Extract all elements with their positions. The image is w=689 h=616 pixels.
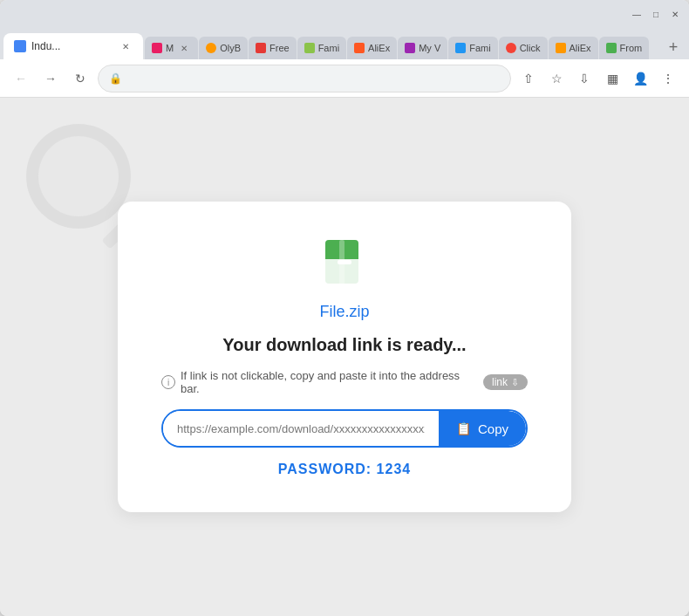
mini-tab-favicon: [152, 43, 162, 53]
url-copy-row: 📋 Copy: [161, 409, 528, 448]
download-button[interactable]: ⇩: [572, 66, 597, 91]
mini-tab-click[interactable]: Click: [499, 37, 548, 59]
mini-tab-favicon-myv: [405, 43, 415, 53]
close-button[interactable]: ✕: [668, 7, 682, 21]
mini-tab-fami1[interactable]: Fami: [297, 37, 346, 59]
mini-tab-favicon-free: [256, 43, 266, 53]
download-card: File.zip Your download link is ready... …: [118, 202, 571, 512]
window-controls: — □ ✕: [630, 7, 682, 21]
link-badge-text: link: [492, 376, 508, 388]
mini-tab-from[interactable]: From: [599, 37, 650, 59]
share-button[interactable]: ⇧: [516, 66, 541, 91]
mini-tab-favicon-aliex1: [354, 43, 365, 53]
title-bar: — □ ✕: [0, 0, 689, 28]
lock-icon: 🔒: [109, 72, 122, 85]
tab-bar: Indu... ✕ M ✕ OlyB Free Fami: [0, 28, 689, 59]
card-title: Your download link is ready...: [222, 335, 466, 355]
maximize-button[interactable]: □: [649, 7, 663, 21]
watermark-magnifier: [26, 124, 131, 229]
mini-tab-fami2[interactable]: Fami: [448, 37, 497, 59]
copy-button[interactable]: 📋 Copy: [439, 411, 526, 446]
mini-tab-label-fami1: Fami: [318, 43, 339, 53]
mini-tab-label-aliex2: AliEx: [570, 43, 591, 53]
mini-tab-label-myv: My V: [419, 43, 440, 53]
mini-tab-myv[interactable]: My V: [398, 37, 447, 59]
page-content: 987.com F: [0, 98, 689, 616]
mini-tab-label-free: Free: [269, 43, 290, 53]
info-icon: i: [161, 375, 175, 389]
forward-button[interactable]: →: [38, 66, 63, 91]
link-badge: link ⇩: [483, 374, 528, 390]
new-tab-button[interactable]: +: [661, 35, 686, 59]
mini-tab-aliex1[interactable]: AliEx: [347, 37, 397, 59]
tab-label: Indu...: [31, 40, 113, 52]
password-text: PASSWORD: 1234: [278, 462, 411, 477]
mini-tab-label: M: [166, 43, 174, 53]
file-icon-wrapper: [318, 236, 371, 289]
info-row: i If link is not clickable, copy and pas…: [161, 369, 528, 395]
mini-tab-free[interactable]: Free: [249, 37, 297, 59]
file-name: File.zip: [319, 303, 369, 321]
refresh-button[interactable]: ↻: [68, 66, 92, 91]
mini-tab-favicon-click: [506, 43, 516, 53]
mini-tab-label-fami2: Fami: [469, 43, 490, 53]
mini-tab-favicon-aliex2: [556, 43, 566, 53]
bookmark-button[interactable]: ☆: [544, 66, 569, 91]
mini-tab-label-click: Click: [520, 43, 541, 53]
url-input[interactable]: [163, 411, 439, 446]
other-tabs: M ✕ OlyB Free Fami AliEx My V: [145, 37, 659, 59]
mini-tab-favicon-fami1: [304, 43, 315, 53]
profile-button[interactable]: 👤: [628, 66, 652, 91]
back-button[interactable]: ←: [9, 66, 33, 91]
mini-tab-favicon-fami2: [455, 43, 466, 53]
minimize-button[interactable]: —: [630, 7, 644, 21]
mini-tab-m[interactable]: M ✕: [145, 37, 198, 59]
mini-tab-close[interactable]: ✕: [177, 41, 191, 55]
menu-button[interactable]: ⋮: [656, 66, 680, 91]
copy-button-label: Copy: [478, 421, 508, 436]
file-zip-icon: [318, 236, 371, 289]
tab-favicon: [14, 40, 26, 52]
download-arrow-icon: ⇩: [511, 377, 519, 388]
browser-window: — □ ✕ Indu... ✕ M ✕ OlyB Free: [0, 0, 689, 616]
address-bar[interactable]: 🔒: [98, 65, 511, 92]
mini-tab-oly[interactable]: OlyB: [199, 37, 248, 59]
mini-tab-favicon-oly: [206, 43, 216, 53]
tab-close-button[interactable]: ✕: [119, 39, 133, 53]
mini-tab-aliex2[interactable]: AliEx: [549, 37, 598, 59]
svg-rect-5: [338, 260, 351, 264]
mini-tab-label-from: From: [620, 43, 643, 53]
toolbar: ← → ↻ 🔒 ⇧ ☆ ⇩ ▦ 👤 ⋮: [0, 59, 689, 98]
mini-tab-label-oly: OlyB: [220, 43, 241, 53]
active-tab[interactable]: Indu... ✕: [3, 33, 143, 59]
copy-icon: 📋: [456, 421, 471, 435]
tab-view-button[interactable]: ▦: [600, 66, 624, 91]
info-text: If link is not clickable, copy and paste…: [181, 369, 478, 395]
mini-tab-favicon-from: [606, 43, 617, 53]
toolbar-actions: ⇧ ☆ ⇩ ▦ 👤 ⋮: [516, 66, 680, 91]
mini-tab-label-aliex1: AliEx: [368, 43, 390, 53]
